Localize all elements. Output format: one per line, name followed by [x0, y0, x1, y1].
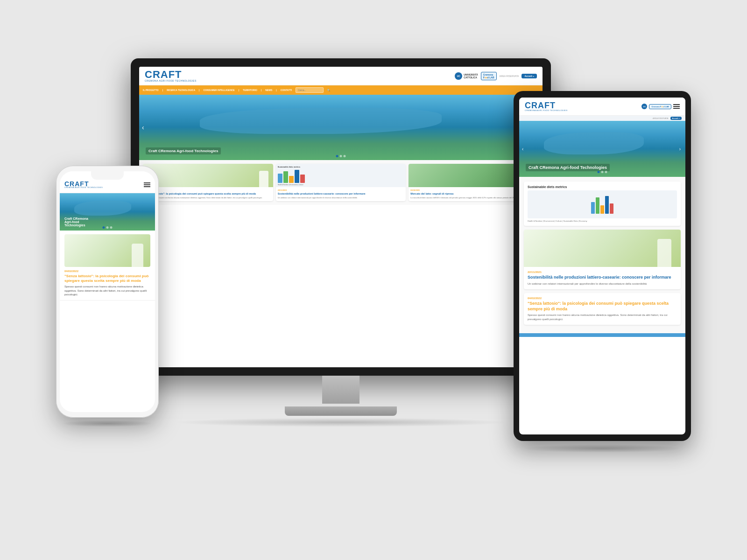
- tablet-screen: CRAFT CREMONA AGRI-FOOD TECHNOLOGIES UC …: [519, 98, 685, 434]
- nav-item-consumer[interactable]: CONSUMER INTELLIGENCE: [203, 89, 234, 91]
- tablet-news-img-1: [524, 230, 681, 267]
- tablet-arrow-right[interactable]: ›: [679, 147, 681, 152]
- phone-dot-2[interactable]: [106, 226, 109, 229]
- tablet-news-title-1[interactable]: Sostenibilità nelle produzioni lattiero-…: [528, 275, 677, 280]
- hero-dot-2[interactable]: [340, 155, 342, 157]
- phone-hero-dots: [103, 226, 113, 229]
- nav-item-ricerca[interactable]: RICERCA TECNOLOGICA: [167, 89, 195, 91]
- tablet-arrow-left[interactable]: ‹: [522, 147, 523, 152]
- università-cattolica-logo: UC UNIVERSITÀCATTOLICA: [455, 72, 478, 80]
- tablet-news-excerpt-2: Spesso questi consumi non hanno alcuna m…: [528, 313, 677, 321]
- site-header: CRAFT CREMONA AGRI-FOOD TECHNOLOGIES UC …: [139, 67, 543, 85]
- news-title-1[interactable]: "Senza lattosio": la psicologia dei cons…: [145, 192, 271, 196]
- phone-dot-1[interactable]: [103, 226, 105, 229]
- tablet-logo-sub: CREMONA AGRI-FOOD TECHNOLOGIES: [525, 110, 568, 112]
- tablet-news-card-1: 22/11/2021 Sostenibilità nelle produzion…: [524, 230, 681, 289]
- nav-item-territorio[interactable]: TERRITORIO: [243, 89, 257, 91]
- search-input[interactable]: [296, 87, 324, 93]
- hero-title: Craft CRemona Agri-food Technologies: [146, 147, 221, 154]
- tablet-news-card-2: 04/02/2022 "Senza lattosio": la psicolog…: [524, 293, 681, 325]
- hero-banner: ‹ Craft CRemona Agri-food Technologies: [139, 95, 543, 160]
- tablet-dot-3[interactable]: [605, 171, 607, 173]
- area-riservata-label: AREA RISERVATA: [500, 75, 519, 77]
- monitor-screen: CRAFT CREMONA AGRI-FOOD TECHNOLOGIES UC …: [139, 67, 543, 367]
- tablet-dot-2[interactable]: [601, 171, 604, 173]
- phone-hamburger-menu[interactable]: [144, 182, 150, 187]
- tablet-bottom-bar: [519, 333, 685, 337]
- tablet-news-body-2: 04/02/2022 "Senza lattosio": la psicolog…: [524, 293, 681, 325]
- tablet-device: CRAFT CREMONA AGRI-FOOD TECHNOLOGIES UC …: [514, 91, 691, 441]
- phone-news-img-1: [64, 234, 150, 267]
- hero-dot-1[interactable]: [336, 155, 338, 157]
- partner-logos: UC UNIVERSITÀCATTOLICA CremonaFood LAB A…: [455, 72, 537, 80]
- monitor-base: [285, 406, 397, 416]
- news-card-body-1: 04/02/2022 "Senza lattosio": la psicolog…: [143, 187, 273, 201]
- phone-logo-sub: CREMONA AGRI-FOOD TECHNOLOGIES: [64, 187, 103, 189]
- tablet-news-date-1: 22/11/2021: [528, 271, 677, 273]
- tablet-chart-visual: [528, 190, 677, 218]
- tablet-logo: CRAFT CREMONA AGRI-FOOD TECHNOLOGIES: [525, 101, 568, 112]
- phone-hero: Craft CRemonaAgri-foodTechnologies: [60, 193, 155, 231]
- chart-title: Sustainable diets metrics: [278, 166, 404, 168]
- phone-dot-3[interactable]: [110, 226, 113, 229]
- tablet-chart-title: Sustainable diets metrics: [528, 185, 677, 189]
- monitor-neck: [322, 376, 359, 404]
- monitor-frame: CRAFT CREMONA AGRI-FOOD TECHNOLOGIES UC …: [131, 58, 551, 376]
- news-card-body-2: 22/11/2021 Sostenibilità nelle produzion…: [276, 187, 406, 201]
- logo-main: CRAFT: [145, 70, 197, 80]
- tablet-news-excerpt-1: Un webinar con relatori internazionali p…: [528, 282, 677, 286]
- news-date-2: 22/11/2021: [278, 189, 404, 191]
- news-card-1: 04/02/2022 "Senza lattosio": la psicolog…: [143, 164, 273, 201]
- news-card-2: Sustainable diets metrics Health & Nutri…: [276, 164, 406, 201]
- news-date-1: 04/02/2022: [145, 189, 271, 191]
- news-excerpt-2: Un webinar con relatori internazionali p…: [278, 196, 404, 199]
- phone-news-title-1[interactable]: "Senza lattosio": la psicologia dei cons…: [64, 274, 150, 284]
- tablet-chart-card: Sustainable diets metrics Health & Nutri…: [524, 182, 681, 226]
- phone-device: CRAFT CREMONA AGRI-FOOD TECHNOLOGIES Cra…: [56, 166, 159, 418]
- hero-arrow-left[interactable]: ‹: [142, 124, 144, 131]
- tablet-header: CRAFT CREMONA AGRI-FOOD TECHNOLOGIES UC …: [519, 98, 685, 116]
- tablet-area-bar: AREA RISERVATA Accedi »: [519, 116, 685, 121]
- nav-bar: IL PROGETTO | RICERCA TECNOLOGICA | CONS…: [139, 85, 543, 95]
- news-title-2[interactable]: Sostenibilità nelle produzioni lattiero-…: [278, 192, 404, 196]
- tablet-chart-bars: [591, 195, 613, 214]
- desktop-monitor: CRAFT CREMONA AGRI-FOOD TECHNOLOGIES UC …: [131, 58, 551, 413]
- phone-news-card-1: 04/02/2022 "Senza lattosio": la psicolog…: [60, 231, 155, 301]
- accedi-button[interactable]: Accedi »: [521, 74, 537, 78]
- tablet-hamburger-menu[interactable]: [673, 104, 680, 109]
- tablet-news-body-1: 22/11/2021 Sostenibilità nelle produzion…: [524, 267, 681, 289]
- tablet-header-right: UC Cremona Food LAB: [641, 104, 680, 109]
- tablet-hero: ‹ Craft CRemona Agri-food Technologies ›: [519, 121, 685, 177]
- phone-notch: [91, 171, 124, 180]
- scene: CRAFT CREMONA AGRI-FOOD TECHNOLOGIES UC …: [47, 35, 700, 525]
- nav-item-news[interactable]: NEWS: [265, 89, 272, 91]
- news-grid: 04/02/2022 "Senza lattosio": la psicolog…: [139, 160, 543, 205]
- tablet-dot-1[interactable]: [598, 171, 600, 173]
- news-excerpt-1: Spesso questi consumi non hanno alcuna m…: [145, 196, 271, 199]
- cremona-lab-logo: CremonaFood LAB: [481, 72, 497, 80]
- search-icon[interactable]: 🔍: [327, 89, 330, 91]
- phone-hero-title: Craft CRemonaAgri-foodTechnologies: [64, 217, 88, 227]
- tablet-frame: CRAFT CREMONA AGRI-FOOD TECHNOLOGIES UC …: [514, 91, 691, 441]
- nav-item-progetto[interactable]: IL PROGETTO: [143, 89, 159, 91]
- tablet-news-title-2[interactable]: "Senza lattosio": la psicologia dei cons…: [528, 301, 677, 312]
- phone-screen: CRAFT CREMONA AGRI-FOOD TECHNOLOGIES Cra…: [60, 171, 155, 412]
- news-image-chart: Sustainable diets metrics Health & Nutri…: [276, 164, 406, 187]
- tablet-hero-dots: [598, 171, 607, 173]
- tablet-accedi-button[interactable]: Accedi »: [670, 117, 682, 120]
- tablet-news-date-2: 04/02/2022: [528, 297, 677, 300]
- logo-sub: CREMONA AGRI-FOOD TECHNOLOGIES: [145, 80, 197, 82]
- phone-news-excerpt-1: Spesso questi consumi non hanno alcuna m…: [64, 285, 150, 296]
- phone-news-date-1: 04/02/2022: [64, 270, 150, 273]
- phone-logo: CRAFT CREMONA AGRI-FOOD TECHNOLOGIES: [64, 181, 103, 189]
- hero-dot-3[interactable]: [344, 155, 346, 157]
- news-image-milk: [143, 164, 273, 187]
- phone-logo-text: CRAFT: [64, 181, 103, 187]
- craft-logo: CRAFT CREMONA AGRI-FOOD TECHNOLOGIES: [145, 70, 197, 82]
- tablet-logo-text: CRAFT: [525, 101, 568, 110]
- tablet-hero-title: Craft CRemona Agri-food Technologies: [526, 164, 610, 171]
- nav-item-contatti[interactable]: CONTATTI: [281, 89, 292, 91]
- hero-dots: [336, 155, 346, 157]
- phone-frame: CRAFT CREMONA AGRI-FOOD TECHNOLOGIES Cra…: [56, 166, 159, 418]
- tablet-news-grid: Sustainable diets metrics Health & Nutri…: [519, 177, 685, 333]
